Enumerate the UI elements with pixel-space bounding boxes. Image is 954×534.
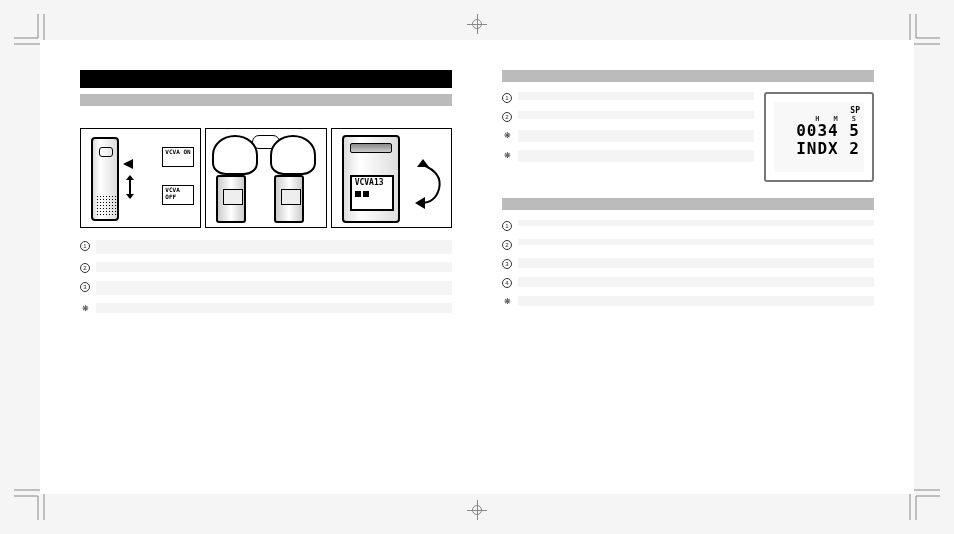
left-steps-list: 1 2 3 ❋	[80, 240, 452, 322]
illustration-panel-3: VCVA13	[331, 128, 452, 228]
illustration-panel-1: VCVA ON VCVA OFF	[80, 128, 201, 228]
section-title-bar	[80, 70, 452, 88]
svg-marker-17	[415, 197, 425, 209]
manual-page: VCVA ON VCVA OFF	[40, 40, 914, 494]
lcd-display: SP H M S 0034 5 INDX 2	[764, 92, 874, 182]
list-item: ❋	[502, 150, 754, 162]
step-number: 3	[80, 282, 90, 292]
subsection-bar	[502, 198, 874, 210]
step-number: 3	[502, 259, 512, 269]
vcva-off-label: VCVA OFF	[162, 185, 194, 205]
lcd-mode-indicator: SP	[778, 106, 860, 115]
list-item: 1	[502, 220, 874, 231]
vcva-level-text: VCVA13	[355, 178, 384, 187]
recorder-device-with-screen: VCVA13	[342, 135, 400, 223]
recorder-device-icon	[91, 137, 119, 221]
step-number: 2	[502, 112, 512, 122]
note-marker: ❋	[502, 151, 512, 161]
step-number: 2	[502, 240, 512, 250]
step-number: 2	[80, 263, 90, 273]
subsection-bar	[502, 70, 874, 82]
note-marker: ❋	[80, 304, 90, 314]
note-marker: ❋	[502, 131, 512, 141]
hand-holding-device-right	[266, 135, 323, 223]
device-lcd-vcva: VCVA13	[350, 175, 394, 211]
arrow-left-icon	[123, 159, 133, 169]
list-item: 1	[502, 92, 754, 103]
subsection-bar	[80, 94, 452, 106]
note-marker: ❋	[502, 297, 512, 307]
right-bottom-steps-list: 1 2 3 4 ❋	[502, 220, 874, 315]
registration-mark-bottom	[467, 500, 487, 520]
list-item: ❋	[502, 296, 874, 307]
list-item: ❋	[502, 130, 754, 142]
arrow-updown-icon	[129, 179, 131, 195]
list-item: ❋	[80, 303, 452, 314]
list-item: 2	[80, 262, 452, 273]
list-item: 3	[502, 258, 874, 269]
step-number: 1	[80, 241, 90, 251]
vcva-on-label: VCVA ON	[162, 147, 194, 167]
list-item: 1	[80, 240, 452, 254]
step-number: 4	[502, 278, 512, 288]
illustration-panel-2	[205, 128, 326, 228]
illustration-row: VCVA ON VCVA OFF	[80, 128, 452, 228]
registration-mark-top	[467, 14, 487, 34]
list-item: 2	[502, 239, 874, 250]
hand-holding-device-left	[208, 135, 265, 223]
right-column: 1 2 ❋ ❋ SP H M S 0034 5 INDX 2	[502, 70, 874, 464]
right-top-steps-list: 1 2 ❋ ❋	[502, 92, 754, 182]
lcd-time-value: 0034 5	[778, 123, 860, 139]
svg-marker-16	[417, 159, 429, 167]
list-item: 2	[502, 111, 754, 122]
step-number: 1	[502, 221, 512, 231]
curved-arrow-icon	[415, 159, 445, 209]
left-column: VCVA ON VCVA OFF	[80, 70, 452, 464]
list-item: 4	[502, 277, 874, 288]
step-number: 1	[502, 93, 512, 103]
list-item: 3	[80, 281, 452, 295]
lcd-index-value: INDX 2	[778, 141, 860, 157]
